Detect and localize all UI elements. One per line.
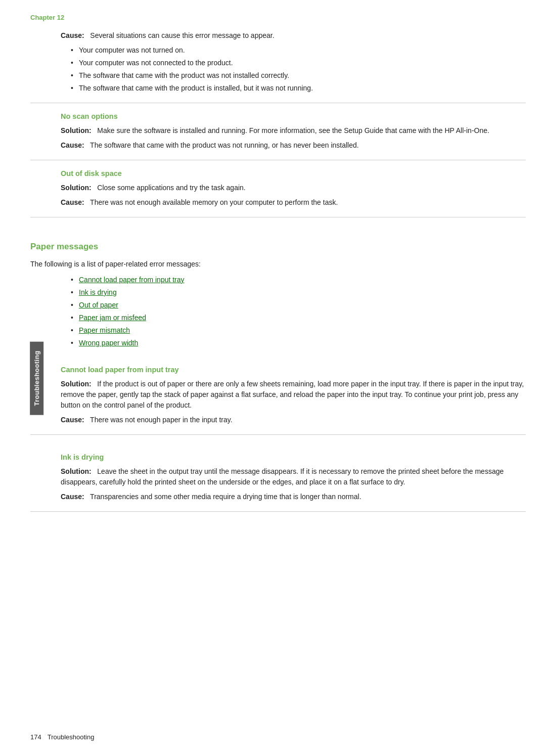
cannot-load-heading: Cannot load paper from input tray [61,366,526,374]
link-out-of-paper[interactable]: Out of paper [79,301,118,309]
bottom-divider [30,511,526,512]
list-item: Your computer was not connected to the p… [71,58,526,68]
solution-content: Make sure the software is installed and … [97,126,489,135]
cause-text-cannot-load: Cause: There was not enough paper in the… [61,415,526,425]
top-bullet-list: Your computer was not turned on. Your co… [71,45,526,94]
ink-is-drying-section: Ink is drying Solution: Leave the sheet … [30,453,526,502]
cause-text-0: Cause: The software that came with the p… [61,140,526,151]
cause-content: Transparencies and some other media requ… [90,493,361,501]
main-content: Cause: Several situations can cause this… [30,0,526,551]
list-item[interactable]: Paper jam or misfeed [71,313,526,323]
list-item: The software that came with the product … [71,70,526,81]
no-scan-options-section: No scan options Solution: Make sure the … [30,112,526,151]
paper-messages-intro: The following is a list of paper-related… [30,259,526,270]
page-number: 174 [30,733,41,741]
solution-text-ink-drying: Solution: Leave the sheet in the output … [61,466,526,487]
ink-is-drying-heading: Ink is drying [61,453,526,461]
solution-content: If the product is out of paper or there … [61,380,524,409]
link-cannot-load[interactable]: Cannot load paper from input tray [79,276,185,284]
cause-label: Cause: [61,493,84,501]
list-item: Your computer was not turned on. [71,45,526,56]
chapter-label: Chapter 12 [30,14,64,21]
divider [30,103,526,103]
solution-text-cannot-load: Solution: If the product is out of paper… [61,379,526,411]
list-item[interactable]: Cannot load paper from input tray [71,275,526,285]
list-item[interactable]: Ink is drying [71,287,526,298]
cause-label: Cause: [61,198,84,206]
out-of-disk-space-section: Out of disk space Solution: Close some a… [30,169,526,208]
solution-label: Solution: [61,467,92,475]
out-of-disk-solution: Solution: Close some applications and tr… [61,183,526,208]
list-item[interactable]: Wrong paper width [71,338,526,348]
footer-section-label: Troubleshooting [48,733,95,741]
link-paper-jam[interactable]: Paper jam or misfeed [79,314,146,322]
top-cause-text: Cause: Several situations can cause this… [61,30,526,41]
cause-text-1: Cause: There was not enough available me… [61,197,526,208]
solution-text-0: Solution: Make sure the software is inst… [61,125,526,136]
link-paper-mismatch[interactable]: Paper mismatch [79,326,130,334]
cause-content-top: Several situations can cause this error … [90,31,274,39]
solution-label: Solution: [61,126,92,135]
ink-is-drying-content: Solution: Leave the sheet in the output … [61,466,526,502]
cause-content: The software that came with the product … [90,141,359,149]
cause-label-top: Cause: [61,31,84,39]
page-footer: 174 Troubleshooting [30,733,526,741]
cause-content: There was not enough paper in the input … [90,416,232,424]
solution-text-1: Solution: Close some applications and tr… [61,183,526,193]
cause-content: There was not enough available memory on… [90,198,338,206]
cannot-load-content: Solution: If the product is out of paper… [61,379,526,425]
solution-content: Close some applications and try the task… [97,184,245,192]
link-ink-drying[interactable]: Ink is drying [79,288,117,296]
divider [30,434,526,435]
list-item[interactable]: Paper mismatch [71,325,526,336]
solution-label: Solution: [61,380,92,388]
cause-label: Cause: [61,141,84,149]
solution-content: Leave the sheet in the output tray until… [61,467,504,486]
paper-messages-link-list: Cannot load paper from input tray Ink is… [71,275,526,348]
no-scan-options-heading: No scan options [61,112,526,120]
paper-messages-heading: Paper messages [30,242,526,252]
cannot-load-paper-section: Cannot load paper from input tray Soluti… [30,366,526,425]
no-scan-solution: Solution: Make sure the software is inst… [61,125,526,151]
page-wrapper: Troubleshooting Chapter 12 Cause: Severa… [0,0,546,756]
link-wrong-paper-width[interactable]: Wrong paper width [79,339,138,347]
out-of-disk-space-heading: Out of disk space [61,169,526,177]
cause-text-ink-drying: Cause: Transparencies and some other med… [61,492,526,502]
side-tab-label: Troubleshooting [33,350,40,406]
divider [30,160,526,160]
cause-label: Cause: [61,416,84,424]
divider [30,217,526,217]
side-tab: Troubleshooting [30,341,43,415]
top-cause-block: Cause: Several situations can cause this… [30,30,526,94]
list-item[interactable]: Out of paper [71,300,526,310]
solution-label: Solution: [61,184,92,192]
list-item: The software that came with the product … [71,83,526,94]
